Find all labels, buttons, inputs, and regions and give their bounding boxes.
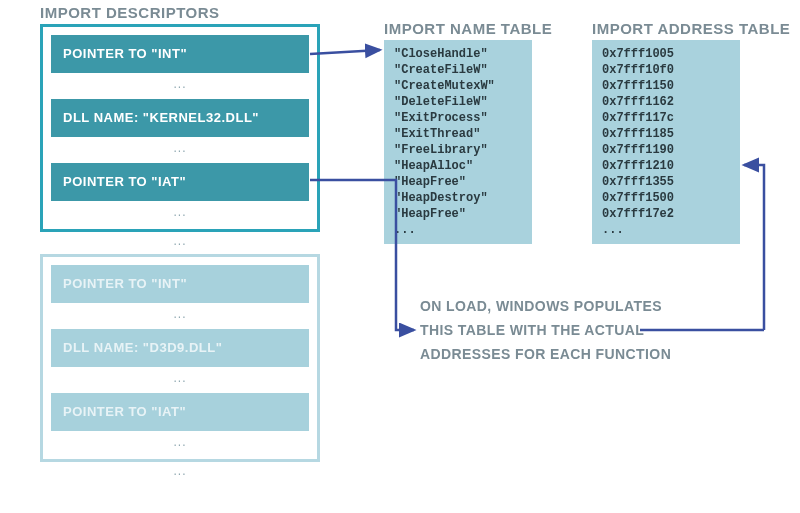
- int-entry: "HeapAlloc": [394, 158, 522, 174]
- iat-entry: 0x7fff10f0: [602, 62, 730, 78]
- iat-entry: 0x7fff1355: [602, 174, 730, 190]
- import-address-table-box: 0x7fff10050x7fff10f00x7fff11500x7fff1162…: [592, 40, 740, 244]
- iat-entry: 0x7fff1150: [602, 78, 730, 94]
- annotation-line: THIS TABLE WITH THE ACTUAL: [420, 318, 671, 342]
- iat-entry: 0x7fff1162: [602, 94, 730, 110]
- ellipsis-after-groups: ...: [40, 464, 320, 478]
- iat-entry: 0x7fff1005: [602, 46, 730, 62]
- int-entry: "DeleteFileW": [394, 94, 522, 110]
- iat-entry: 0x7fff1210: [602, 158, 730, 174]
- heading-descriptors: IMPORT DESCRIPTORS: [40, 4, 220, 21]
- ellipsis: ...: [51, 73, 309, 93]
- import-name-table-box: "CloseHandle""CreateFileW""CreateMutexW"…: [384, 40, 532, 244]
- field-pointer-to-iat: POINTER TO "IAT": [51, 163, 309, 201]
- descriptor-group-inactive: POINTER TO "INT" ... DLL NAME: "D3D9.DLL…: [40, 254, 320, 462]
- int-entry: "ExitThread": [394, 126, 522, 142]
- annotation-line: ON LOAD, WINDOWS POPULATES: [420, 294, 671, 318]
- arrow-to-iat-box: [744, 165, 764, 330]
- field-pointer-to-iat-inactive: POINTER TO "IAT": [51, 393, 309, 431]
- ellipsis: ...: [51, 137, 309, 157]
- annotation-line: ADDRESSES FOR EACH FUNCTION: [420, 342, 671, 366]
- int-entry: "CreateFileW": [394, 62, 522, 78]
- iat-entry: ...: [602, 222, 730, 238]
- heading-import-name-table: IMPORT NAME TABLE: [384, 20, 552, 37]
- field-dll-name-inactive: DLL NAME: "D3D9.DLL": [51, 329, 309, 367]
- iat-entry: 0x7fff1185: [602, 126, 730, 142]
- ellipsis: ...: [51, 431, 309, 451]
- int-entry: "CreateMutexW": [394, 78, 522, 94]
- int-entry: "HeapFree": [394, 174, 522, 190]
- int-entry: "HeapFree": [394, 206, 522, 222]
- iat-entry: 0x7fff17e2: [602, 206, 730, 222]
- int-entry: "CloseHandle": [394, 46, 522, 62]
- field-pointer-to-int: POINTER TO "INT": [51, 35, 309, 73]
- ellipsis-between-groups: ...: [40, 234, 320, 248]
- iat-entry: 0x7fff1190: [602, 142, 730, 158]
- int-entry: ...: [394, 222, 522, 238]
- iat-entry: 0x7fff1500: [602, 190, 730, 206]
- int-entry: "ExitProcess": [394, 110, 522, 126]
- field-pointer-to-int-inactive: POINTER TO "INT": [51, 265, 309, 303]
- arrow-int: [310, 50, 380, 54]
- ellipsis: ...: [51, 303, 309, 323]
- ellipsis: ...: [51, 201, 309, 221]
- int-entry: "FreeLibrary": [394, 142, 522, 158]
- annotation-text: ON LOAD, WINDOWS POPULATES THIS TABLE WI…: [420, 294, 671, 366]
- descriptor-group-active: POINTER TO "INT" ... DLL NAME: "KERNEL32…: [40, 24, 320, 232]
- field-dll-name: DLL NAME: "KERNEL32.DLL": [51, 99, 309, 137]
- heading-import-address-table: IMPORT ADDRESS TABLE: [592, 20, 790, 37]
- iat-entry: 0x7fff117c: [602, 110, 730, 126]
- ellipsis: ...: [51, 367, 309, 387]
- int-entry: "HeapDestroy": [394, 190, 522, 206]
